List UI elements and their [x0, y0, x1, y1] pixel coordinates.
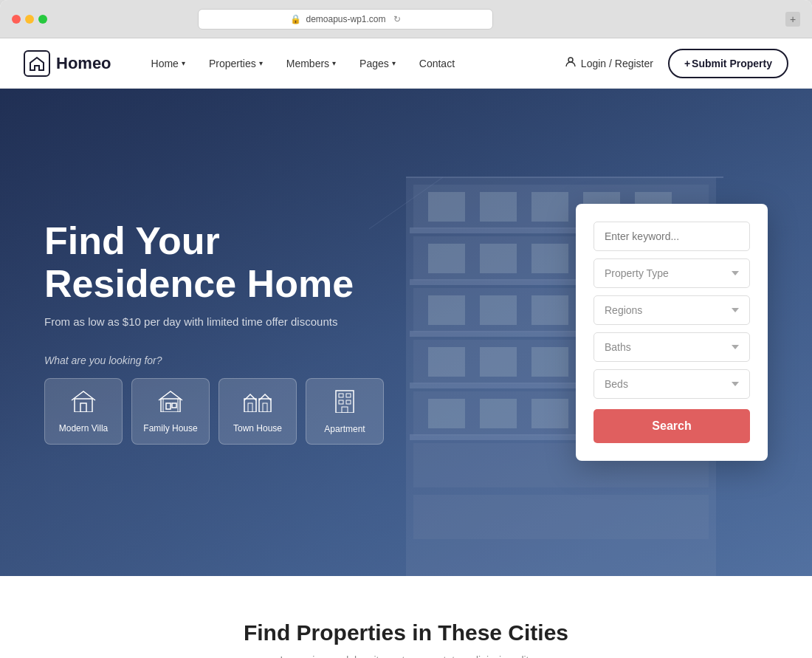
url-text: demoapus-wp1.com	[306, 14, 385, 24]
svg-rect-15	[480, 244, 517, 273]
nav-pages-link[interactable]: Pages ▾	[349, 52, 406, 75]
search-button[interactable]: Search	[593, 409, 750, 443]
logo-text: Homeo	[56, 54, 111, 73]
svg-rect-45	[172, 403, 176, 408]
nav-home-link[interactable]: Home ▾	[141, 52, 196, 75]
traffic-lights	[12, 15, 47, 24]
nav-contact-link[interactable]: Contact	[409, 52, 465, 75]
svg-rect-48	[244, 399, 256, 412]
close-dot[interactable]	[12, 15, 21, 24]
svg-rect-25	[480, 347, 517, 377]
minimize-dot[interactable]	[25, 15, 34, 24]
svg-rect-10	[480, 192, 517, 222]
nav-members-link[interactable]: Members ▾	[276, 52, 346, 75]
svg-rect-21	[531, 295, 568, 325]
svg-rect-26	[531, 347, 568, 377]
nav-right: Login / Register + Submit Property	[565, 49, 788, 78]
nav-properties-link[interactable]: Properties ▾	[199, 52, 273, 75]
baths-select[interactable]: Baths 1 2 3 4+	[593, 332, 750, 362]
property-type-town-house[interactable]: Town House	[219, 378, 297, 445]
svg-rect-11	[531, 192, 568, 222]
cities-subtitle: Lorem ipsum dolor sit amet, consectetur …	[24, 654, 788, 658]
svg-rect-56	[346, 400, 351, 404]
address-bar[interactable]: 🔒 demoapus-wp1.com ↻	[198, 9, 493, 30]
search-panel: Property Type House Apartment Villa Town…	[576, 204, 768, 461]
modern-villa-label: Modern Villa	[59, 423, 108, 433]
nav-item-properties[interactable]: Properties ▾	[199, 52, 273, 75]
nav-item-contact[interactable]: Contact	[409, 52, 465, 75]
chevron-down-icon: ▾	[259, 59, 263, 67]
property-type-modern-villa[interactable]: Modern Villa	[44, 378, 123, 445]
logo-link[interactable]: Homeo	[24, 50, 111, 77]
svg-rect-30	[480, 399, 517, 428]
town-house-label: Town House	[233, 423, 282, 433]
svg-rect-55	[339, 400, 343, 404]
keyword-input[interactable]	[593, 222, 750, 251]
apartment-label: Apartment	[324, 424, 365, 434]
navbar: Homeo Home ▾ Properties ▾	[0, 38, 812, 89]
svg-rect-31	[531, 399, 568, 428]
hero-subtitle: From as low as $10 per day with limited …	[44, 315, 399, 328]
cities-title: Find Properties in These Cities	[24, 620, 788, 645]
logo-icon	[24, 50, 50, 77]
svg-rect-44	[166, 403, 171, 409]
svg-rect-16	[531, 244, 568, 273]
svg-rect-53	[339, 394, 343, 397]
user-icon	[565, 56, 577, 70]
svg-rect-9	[428, 192, 465, 222]
plus-icon: +	[684, 58, 690, 69]
svg-rect-51	[263, 403, 267, 412]
property-type-family-house[interactable]: Family House	[131, 378, 210, 445]
property-type-select[interactable]: Property Type House Apartment Villa Town…	[593, 258, 750, 288]
apartment-icon	[333, 388, 357, 418]
beds-select[interactable]: Beds 1 2 3 4 5+	[593, 369, 750, 399]
refresh-icon[interactable]: ↻	[393, 14, 401, 24]
regions-select[interactable]: Regions New York Los Angeles Chicago Hou…	[593, 295, 750, 325]
cities-section: Find Properties in These Cities Lorem ip…	[0, 576, 812, 658]
site: Homeo Home ▾ Properties ▾	[0, 38, 812, 658]
nav-item-members[interactable]: Members ▾	[276, 52, 346, 75]
maximize-dot[interactable]	[38, 15, 47, 24]
nav-links: Home ▾ Properties ▾ Members ▾	[141, 52, 565, 75]
family-house-label: Family House	[143, 423, 197, 433]
svg-rect-50	[248, 403, 252, 412]
browser-chrome: 🔒 demoapus-wp1.com ↻ +	[0, 0, 812, 38]
svg-rect-41	[75, 399, 92, 412]
modern-villa-icon	[70, 388, 97, 417]
chevron-down-icon: ▾	[332, 59, 336, 67]
nav-item-home[interactable]: Home ▾	[141, 52, 196, 75]
svg-rect-49	[259, 399, 271, 412]
svg-rect-57	[342, 407, 348, 413]
login-register-link[interactable]: Login / Register	[565, 56, 653, 70]
chevron-down-icon: ▾	[182, 59, 185, 67]
lock-icon: 🔒	[290, 14, 301, 24]
hero-section: Find Your Residence Home From as low as …	[0, 89, 812, 576]
new-tab-button[interactable]: +	[785, 12, 800, 27]
svg-rect-42	[80, 403, 86, 412]
hero-content: Find Your Residence Home From as low as …	[0, 220, 443, 444]
family-house-icon	[157, 388, 184, 417]
svg-rect-54	[346, 394, 351, 397]
hero-looking-label: What are you looking for?	[44, 354, 399, 366]
town-house-icon	[243, 388, 272, 417]
svg-rect-20	[480, 295, 517, 325]
svg-rect-8	[413, 495, 709, 539]
submit-property-button[interactable]: + Submit Property	[668, 49, 788, 78]
nav-item-pages[interactable]: Pages ▾	[349, 52, 406, 75]
property-types-row: Modern Villa	[44, 378, 399, 445]
property-type-apartment[interactable]: Apartment	[306, 378, 384, 445]
chevron-down-icon: ▾	[392, 59, 396, 67]
hero-title: Find Your Residence Home	[44, 220, 399, 304]
svg-point-0	[568, 58, 573, 62]
browser-window: 🔒 demoapus-wp1.com ↻ + Homeo Home	[0, 0, 812, 658]
